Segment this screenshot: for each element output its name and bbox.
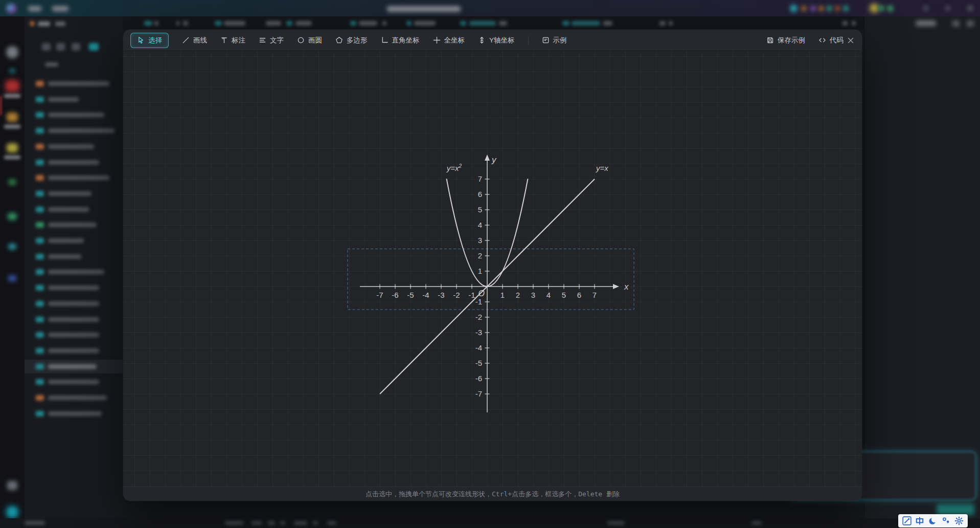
svg-text:2: 2 <box>516 291 520 299</box>
svg-text:3: 3 <box>531 291 535 299</box>
label-icon <box>220 36 228 44</box>
tool-y-axis-coords[interactable]: Y轴坐标 <box>478 36 515 45</box>
svg-text:5: 5 <box>478 205 482 214</box>
input-pen-icon[interactable] <box>902 516 911 525</box>
tool-label: 画线 <box>193 36 207 45</box>
moon-icon[interactable] <box>928 516 938 525</box>
tool-label: 文字 <box>270 36 284 45</box>
line-icon <box>182 36 190 44</box>
action-label: 代码 <box>830 36 844 45</box>
svg-text:4: 4 <box>546 291 551 299</box>
lang-mode-zh-icon[interactable] <box>915 516 924 525</box>
ime-bar <box>898 514 968 527</box>
cursor-icon <box>137 36 145 44</box>
tool-text[interactable]: 文字 <box>259 36 284 45</box>
pentagon-icon <box>335 36 343 44</box>
svg-text:7: 7 <box>592 291 597 299</box>
tool-draw-circle[interactable]: 画圆 <box>297 36 322 45</box>
tool-group: 选择画线标注文字画圆多边形直角坐标全坐标Y轴坐标示例 <box>130 33 766 48</box>
svg-text:-1: -1 <box>475 297 482 306</box>
example-box-icon <box>542 36 550 44</box>
svg-text:-1: -1 <box>468 291 475 299</box>
screen: 选择画线标注文字画圆多边形直角坐标全坐标Y轴坐标示例 保存示例代码 -7-7-6… <box>0 0 980 528</box>
svg-text:-6: -6 <box>392 291 398 299</box>
svg-text:7: 7 <box>478 174 482 183</box>
status-hint: 点击选中，拖拽单个节点可改变连线形状，Ctrl+点击多选，框选多个，Delete… <box>123 487 862 501</box>
tick-labels: -7-7-6-6-5-5-4-4-3-3-2-2-1-1112233445566… <box>376 155 629 398</box>
tool-label: Y轴坐标 <box>489 36 515 45</box>
drawing-canvas[interactable]: -7-7-6-6-5-5-4-4-3-3-2-2-1-1112233445566… <box>123 51 862 487</box>
selection-marquee <box>348 249 634 310</box>
close-icon <box>847 36 855 45</box>
tool-label: 示例 <box>553 36 567 45</box>
y-axis-arrow <box>485 155 490 161</box>
action-label: 保存示例 <box>778 36 805 45</box>
tool-label: 标注 <box>232 36 245 45</box>
drawing-toolbar: 选择画线标注文字画圆多边形直角坐标全坐标Y轴坐标示例 保存示例代码 <box>123 30 862 51</box>
circle-icon <box>297 36 305 44</box>
plus-icon <box>433 36 441 44</box>
toolbar-separator <box>528 36 529 45</box>
save-icon <box>766 36 774 44</box>
tool-label: 选择 <box>148 36 162 45</box>
x-axis-arrow <box>613 284 619 289</box>
svg-text:-4: -4 <box>422 291 429 299</box>
svg-text:-7: -7 <box>475 389 482 398</box>
drawing-dialog: 选择画线标注文字画圆多边形直角坐标全坐标Y轴坐标示例 保存示例代码 -7-7-6… <box>123 30 862 501</box>
tool-label: 多边形 <box>347 36 368 45</box>
close-button[interactable] <box>847 36 855 45</box>
svg-text:6: 6 <box>577 291 581 299</box>
svg-text:-5: -5 <box>407 291 414 299</box>
svg-text:4: 4 <box>478 221 482 229</box>
svg-text:-7: -7 <box>376 291 383 299</box>
tool-label: 直角坐标 <box>392 36 420 45</box>
svg-text:-6: -6 <box>475 374 482 383</box>
tool-polygon[interactable]: 多边形 <box>335 36 368 45</box>
tool-label: 画圆 <box>308 36 322 45</box>
action-code[interactable]: 代码 <box>818 36 844 45</box>
svg-text:6: 6 <box>478 190 482 199</box>
tool-draw-line[interactable]: 画线 <box>182 36 207 45</box>
tool-examples[interactable]: 示例 <box>542 36 567 45</box>
vertical-arrows-icon <box>478 36 486 44</box>
tool-full-axes[interactable]: 全坐标 <box>433 36 465 45</box>
svg-text:1: 1 <box>500 291 505 299</box>
punctuation-icon[interactable] <box>942 516 951 525</box>
svg-text:-4: -4 <box>475 343 482 352</box>
tool-label: 全坐标 <box>444 36 465 45</box>
code-icon <box>818 36 826 44</box>
svg-text:-5: -5 <box>475 359 482 367</box>
y-axis-label: y <box>491 155 497 165</box>
svg-text:5: 5 <box>562 291 566 299</box>
series-label[interactable]: y=x2 <box>446 163 462 172</box>
svg-text:-3: -3 <box>475 328 482 337</box>
svg-text:3: 3 <box>478 236 482 245</box>
svg-text:-2: -2 <box>475 313 482 321</box>
svg-text:-2: -2 <box>453 291 460 299</box>
svg-text:1: 1 <box>478 267 482 275</box>
text-lines-icon <box>259 36 266 44</box>
right-angle-icon <box>381 36 389 44</box>
coordinate-plot[interactable]: -7-7-6-6-5-5-4-4-3-3-2-2-1-1112233445566… <box>123 51 862 487</box>
svg-text:-3: -3 <box>438 291 444 299</box>
action-save-example[interactable]: 保存示例 <box>766 36 805 45</box>
x-axis-label: x <box>624 282 629 292</box>
tool-select[interactable]: 选择 <box>130 33 169 48</box>
settings-gear-icon[interactable] <box>954 516 964 525</box>
action-group: 保存示例代码 <box>766 36 844 45</box>
series-label[interactable]: y=x <box>596 164 608 172</box>
svg-text:2: 2 <box>478 251 482 260</box>
tool-annotate[interactable]: 标注 <box>220 36 245 45</box>
tool-right-angle-axes[interactable]: 直角坐标 <box>381 36 420 45</box>
